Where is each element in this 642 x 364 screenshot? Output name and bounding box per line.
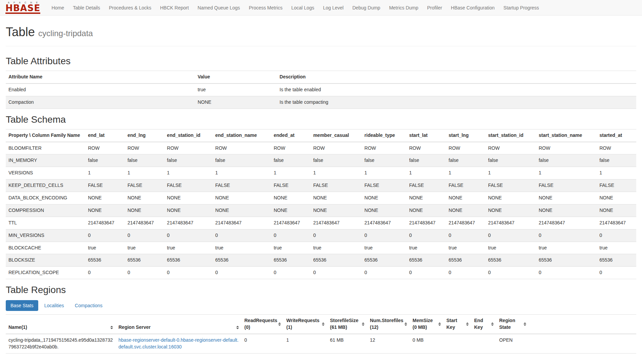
nav-item-profiler[interactable]: Profiler xyxy=(423,0,446,15)
nav-item-table-details[interactable]: Table Details xyxy=(69,0,105,15)
sort-icon[interactable] xyxy=(278,322,281,326)
table-cell: 1 xyxy=(485,167,536,179)
column-label: ReadRequests (0) xyxy=(244,317,277,331)
column-header-property-column-family-name: Property \ Column Family Name xyxy=(6,129,85,142)
sort-icon[interactable] xyxy=(362,322,364,326)
sort-icon[interactable] xyxy=(110,326,113,329)
tab-localities[interactable]: Localities xyxy=(40,300,69,311)
sortable-column-end-key[interactable]: End Key xyxy=(471,315,496,334)
sortable-column-region-server[interactable]: Region Server xyxy=(116,315,242,334)
sort-icon[interactable] xyxy=(438,322,441,326)
table-cell: NONE xyxy=(362,204,406,217)
table-cell: 0 xyxy=(213,267,271,279)
table-cell: FALSE xyxy=(446,179,486,192)
nav-item-startup-progress[interactable]: Startup Progress xyxy=(499,0,544,15)
table-cell: ROW xyxy=(125,142,164,154)
nav-item-named-queue-logs[interactable]: Named Queue Logs xyxy=(193,0,244,15)
table-cell: 2147483647 xyxy=(213,217,271,229)
column-label: Start Key xyxy=(446,317,465,331)
sort-icon[interactable] xyxy=(524,322,526,326)
sort-down-arrow xyxy=(322,324,325,326)
sort-icon[interactable] xyxy=(404,322,407,326)
table-cell: 1 xyxy=(536,167,597,179)
sortable-column-memsize-0-mb[interactable]: MemSize (0 MB) xyxy=(410,315,444,334)
nav-item-hbck-report[interactable]: HBCK Report xyxy=(156,0,193,15)
sort-icon[interactable] xyxy=(322,322,325,326)
table-cell: NONE xyxy=(271,204,311,217)
sort-down-arrow xyxy=(491,324,494,326)
table-cell: ROW xyxy=(446,142,486,154)
table-row: IN_MEMORYfalsefalsefalsefalsefalsefalsef… xyxy=(6,154,636,167)
region-server-link[interactable]: hbase-regionserver-default-0.hbase-regio… xyxy=(118,337,239,349)
nav-item-process-metrics[interactable]: Process Metrics xyxy=(244,0,287,15)
table-cell: true xyxy=(213,242,271,254)
sortable-column-num-storefiles-12[interactable]: Num.Storefiles (12) xyxy=(367,315,410,334)
table-cell: false xyxy=(536,154,597,167)
table-cell: KEEP_DELETED_CELLS xyxy=(6,179,85,192)
sort-up-arrow xyxy=(491,322,494,324)
table-cell: true xyxy=(271,242,311,254)
sortable-column-start-key[interactable]: Start Key xyxy=(444,315,471,334)
table-cell: 0 xyxy=(271,267,311,279)
table-row: EnabledtrueIs the table enabled xyxy=(6,83,636,96)
table-cell: 1 xyxy=(406,167,446,179)
sort-icon[interactable] xyxy=(491,322,494,326)
nav-item-hbase-configuration[interactable]: HBase Configuration xyxy=(446,0,499,15)
sortable-column-writerequests-1[interactable]: WriteRequests (1) xyxy=(284,315,327,334)
table-cell: 0 xyxy=(362,229,406,242)
table-cell: FALSE xyxy=(310,179,361,192)
nav-item-home[interactable]: Home xyxy=(47,0,68,15)
table-cell: 65536 xyxy=(406,254,446,267)
table-cell: false xyxy=(164,154,213,167)
table-cell: FALSE xyxy=(271,179,311,192)
table-cell: NONE xyxy=(271,192,311,204)
table-cell: Is the table enabled xyxy=(277,83,636,96)
table-cell: true xyxy=(536,242,597,254)
sortable-column-name-1[interactable]: Name(1) xyxy=(6,315,116,334)
nav-item-debug-dump[interactable]: Debug Dump xyxy=(348,0,385,15)
tab-compactions[interactable]: Compactions xyxy=(70,300,107,311)
sortable-column-readrequests-0[interactable]: ReadRequests (0) xyxy=(242,315,284,334)
table-cell: ROW xyxy=(85,142,125,154)
header-divider xyxy=(6,46,636,46)
table-row: COMPRESSIONNONENONENONENONENONENONENONEN… xyxy=(6,204,636,217)
nav-item-local-logs[interactable]: Local Logs xyxy=(287,0,319,15)
table-cell: 0 xyxy=(164,267,213,279)
table-cell: ROW xyxy=(406,142,446,154)
table-cell: COMPRESSION xyxy=(6,204,85,217)
table-cell: true xyxy=(310,242,361,254)
table-cell: 1 xyxy=(164,167,213,179)
sortable-column-storefilesize-61-mb[interactable]: StorefileSize (61 MB) xyxy=(327,315,367,334)
table-cell: 65536 xyxy=(85,254,125,267)
sortable-column-region-state[interactable]: Region State xyxy=(496,315,529,334)
table-cell: NONE xyxy=(195,96,277,108)
table-cell: Compaction xyxy=(6,96,195,108)
table-cell: NONE xyxy=(310,204,361,217)
regions-table-head: Name(1)Region ServerReadRequests (0)Writ… xyxy=(6,315,636,334)
table-cell: 0 xyxy=(597,267,636,279)
attributes-table-head: Attribute NameValueDescription xyxy=(6,71,636,83)
table-cell: false xyxy=(271,154,311,167)
table-cell: ROW xyxy=(536,142,597,154)
sort-up-arrow xyxy=(110,326,113,327)
table-cell: true xyxy=(85,242,125,254)
table-cell: NONE xyxy=(125,192,164,204)
table-cell: 0 xyxy=(85,229,125,242)
table-cell: 0 xyxy=(406,267,446,279)
table-cell: 2147483647 xyxy=(536,217,597,229)
hbase-logo[interactable]: A P A C H E HBASE xyxy=(5,1,40,14)
nav-item-procedures-locks[interactable]: Procedures & Locks xyxy=(105,0,156,15)
sort-up-arrow xyxy=(524,322,526,324)
tab-base-stats[interactable]: Base Stats xyxy=(6,300,38,311)
table-cell: MIN_VERSIONS xyxy=(6,229,85,242)
sort-icon[interactable] xyxy=(466,322,469,326)
nav-item-metrics-dump[interactable]: Metrics Dump xyxy=(385,0,423,15)
nav-item-log-level[interactable]: Log Level xyxy=(318,0,348,15)
sort-up-arrow xyxy=(322,322,325,324)
table-cell: true xyxy=(485,242,536,254)
row-filler xyxy=(529,334,636,353)
sort-down-arrow xyxy=(110,328,113,329)
table-cell: 2147483647 xyxy=(485,217,536,229)
region-write-requests: 1 xyxy=(284,334,327,353)
sort-icon[interactable] xyxy=(236,326,239,329)
